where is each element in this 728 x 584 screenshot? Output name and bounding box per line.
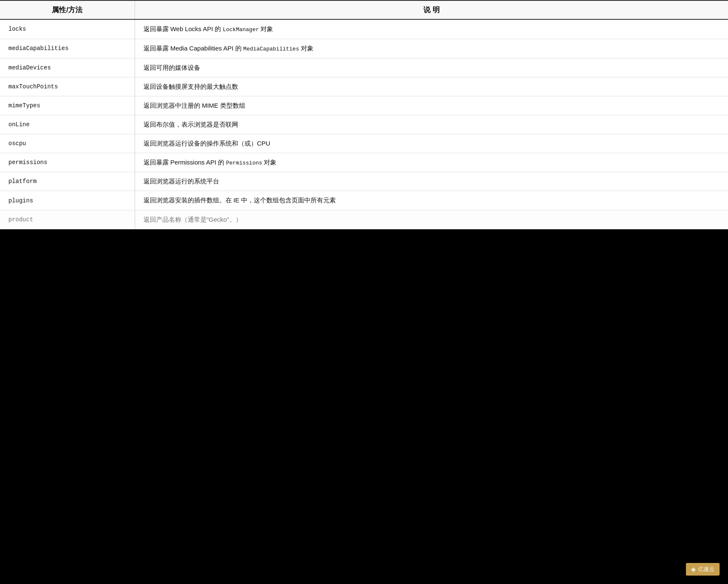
description-cell: 返回可用的媒体设备	[135, 58, 728, 77]
property-cell: plugins	[0, 191, 135, 210]
table-row: product返回产品名称（通常是"Gecko"。）	[0, 210, 728, 229]
property-cell: platform	[0, 172, 135, 191]
table-row: permissions返回暴露 Permissions API 的 Permis…	[0, 153, 728, 172]
property-cell: oscpu	[0, 134, 135, 153]
description-cell: 返回布尔值，表示浏览器是否联网	[135, 115, 728, 134]
table-row: locks返回暴露 Web Locks API 的 LockManager 对象	[0, 19, 728, 39]
watermark-text: 亿速云	[698, 565, 715, 573]
property-cell: mediaCapabilities	[0, 39, 135, 58]
property-cell: mediaDevices	[0, 58, 135, 77]
table-row: platform返回浏览器运行的系统平台	[0, 172, 728, 191]
col-header-property: 属性/方法	[0, 0, 135, 19]
table-header-row: 属性/方法 说 明	[0, 0, 728, 19]
property-cell: maxTouchPoints	[0, 77, 135, 96]
description-cell: 返回设备触摸屏支持的最大触点数	[135, 77, 728, 96]
description-cell: 返回浏览器中注册的 MIME 类型数组	[135, 96, 728, 115]
table-row: plugins返回浏览器安装的插件数组。在 IE 中，这个数组包含页面中所有元素	[0, 191, 728, 210]
description-cell: 返回浏览器运行设备的操作系统和（或）CPU	[135, 134, 728, 153]
property-cell: product	[0, 210, 135, 229]
table-row: mediaCapabilities返回暴露 Media Capabilities…	[0, 39, 728, 58]
description-cell: 返回产品名称（通常是"Gecko"。）	[135, 210, 728, 229]
property-cell: mimeTypes	[0, 96, 135, 115]
description-cell: 返回浏览器安装的插件数组。在 IE 中，这个数组包含页面中所有元素	[135, 191, 728, 210]
table-row: maxTouchPoints返回设备触摸屏支持的最大触点数	[0, 77, 728, 96]
watermark-badge: ◈ 亿速云	[686, 563, 720, 576]
table-row: oscpu返回浏览器运行设备的操作系统和（或）CPU	[0, 134, 728, 153]
description-cell: 返回暴露 Media Capabilities API 的 MediaCapab…	[135, 39, 728, 58]
description-cell: 返回浏览器运行的系统平台	[135, 172, 728, 191]
table-row: mimeTypes返回浏览器中注册的 MIME 类型数组	[0, 96, 728, 115]
property-cell: permissions	[0, 153, 135, 172]
api-table: 属性/方法 说 明 locks返回暴露 Web Locks API 的 Lock…	[0, 0, 728, 229]
main-table-container: 属性/方法 说 明 locks返回暴露 Web Locks API 的 Lock…	[0, 0, 728, 229]
table-row: mediaDevices返回可用的媒体设备	[0, 58, 728, 77]
property-cell: onLine	[0, 115, 135, 134]
watermark-icon: ◈	[691, 565, 696, 573]
description-cell: 返回暴露 Web Locks API 的 LockManager 对象	[135, 19, 728, 39]
description-cell: 返回暴露 Permissions API 的 Permissions 对象	[135, 153, 728, 172]
table-row: onLine返回布尔值，表示浏览器是否联网	[0, 115, 728, 134]
property-cell: locks	[0, 19, 135, 39]
col-header-description: 说 明	[135, 0, 728, 19]
